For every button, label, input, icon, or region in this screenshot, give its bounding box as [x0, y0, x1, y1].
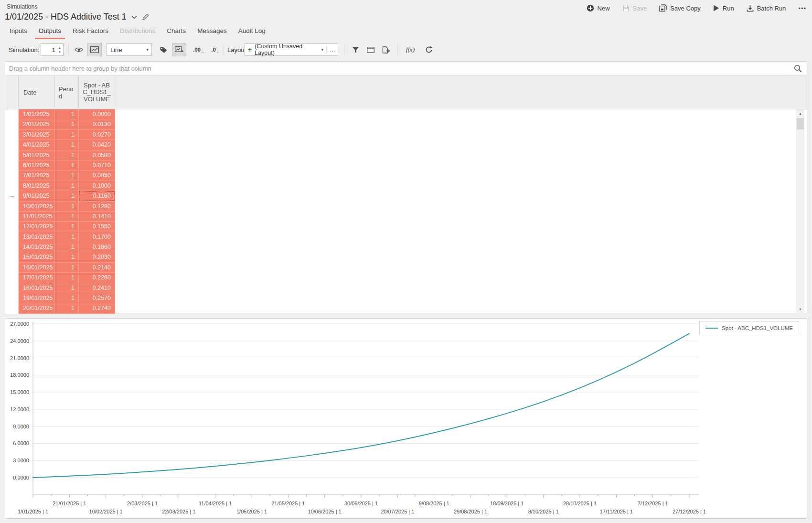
cell-period[interactable]: 1: [55, 252, 79, 262]
cell-period[interactable]: 1: [55, 212, 79, 222]
spinner-up-icon[interactable]: ▲: [58, 46, 61, 49]
cell-period[interactable]: 1: [55, 140, 79, 150]
table-row[interactable]: 13/01/202510.1700: [5, 232, 115, 242]
labels-tag-button[interactable]: [157, 43, 170, 56]
table-row[interactable]: →9/01/202510.1160: [5, 191, 115, 201]
cell-date[interactable]: 11/01/2025: [19, 212, 55, 222]
save-copy-button[interactable]: Save Copy: [659, 4, 701, 12]
cell-value[interactable]: 0.1000: [79, 181, 115, 191]
cell-period[interactable]: 1: [55, 119, 79, 129]
scroll-down-icon[interactable]: ▼: [796, 305, 804, 313]
table-row[interactable]: 7/01/202510.0850: [5, 171, 115, 181]
table-row[interactable]: 11/01/202510.1410: [5, 212, 115, 222]
cell-value[interactable]: 0.1860: [79, 242, 115, 252]
column-header-period[interactable]: Period: [55, 76, 79, 109]
cell-value[interactable]: 0.2030: [79, 252, 115, 262]
cell-date[interactable]: 4/01/2025: [19, 140, 55, 150]
cell-date[interactable]: 16/01/2025: [19, 263, 55, 273]
cell-value[interactable]: 0.1160: [79, 191, 115, 201]
tab-messages[interactable]: Messages: [193, 24, 231, 39]
cell-value[interactable]: 0.1700: [79, 232, 115, 242]
layout-options-icon[interactable]: …: [326, 46, 335, 53]
cell-period[interactable]: 1: [55, 109, 79, 119]
cell-date[interactable]: 13/01/2025: [19, 232, 55, 242]
chart-type-select[interactable]: Line ▾: [106, 43, 152, 56]
show-chart-button[interactable]: [87, 43, 102, 56]
cell-date[interactable]: 8/01/2025: [19, 181, 55, 191]
cell-date[interactable]: 6/01/2025: [19, 160, 55, 171]
group-by-bar[interactable]: Drag a column header here to group by th…: [5, 62, 807, 76]
cell-period[interactable]: 1: [55, 283, 79, 293]
more-menu-button[interactable]: •••: [798, 5, 806, 12]
cell-period[interactable]: 1: [55, 293, 79, 303]
preview-eye-button[interactable]: [72, 43, 86, 56]
export-button[interactable]: [379, 43, 393, 56]
title-chevron-down-icon[interactable]: [131, 15, 137, 19]
cell-period[interactable]: 1: [55, 191, 79, 201]
cell-period[interactable]: 1: [55, 171, 79, 181]
formula-button[interactable]: f(x): [402, 43, 418, 56]
search-icon[interactable]: [794, 64, 802, 73]
cell-period[interactable]: 1: [55, 181, 79, 191]
cell-date[interactable]: 7/01/2025: [19, 171, 55, 181]
cell-date[interactable]: 17/01/2025: [19, 273, 55, 283]
cell-date[interactable]: 20/01/2025: [19, 303, 55, 313]
cell-date[interactable]: 9/01/2025: [19, 191, 55, 201]
new-button[interactable]: New: [587, 4, 610, 12]
cell-date[interactable]: 15/01/2025: [19, 252, 55, 262]
column-header-date[interactable]: Date: [19, 76, 55, 109]
cell-value[interactable]: 0.0580: [79, 150, 115, 160]
cell-period[interactable]: 1: [55, 232, 79, 242]
cell-date[interactable]: 1/01/2025: [19, 109, 55, 119]
table-row[interactable]: 20/01/202510.2740: [5, 303, 115, 313]
cell-value[interactable]: 0.1410: [79, 212, 115, 222]
cell-value[interactable]: 0.0710: [79, 160, 115, 171]
table-row[interactable]: 2/01/202510.0130: [5, 119, 115, 129]
layout-select[interactable]: + (Custom Unsaved Layout) ▾ …: [245, 43, 338, 56]
cell-period[interactable]: 1: [55, 303, 79, 313]
save-button[interactable]: Save: [622, 5, 647, 12]
table-row[interactable]: 12/01/202510.1550: [5, 222, 115, 232]
table-row[interactable]: 17/01/202510.2260: [5, 273, 115, 283]
cell-value[interactable]: 0.0130: [79, 119, 115, 129]
table-row[interactable]: 19/01/202510.2570: [5, 293, 115, 303]
table-row[interactable]: 15/01/202510.2030: [5, 252, 115, 262]
decrease-decimals-button[interactable]: .0←: [206, 43, 221, 56]
scrollbar-thumb[interactable]: [797, 118, 804, 129]
refresh-button[interactable]: [422, 43, 436, 56]
table-row[interactable]: 1/01/202510.0000: [5, 109, 115, 119]
tab-charts[interactable]: Charts: [163, 24, 190, 39]
scroll-up-icon[interactable]: ▲: [796, 109, 804, 117]
chart-panel-toggle-button[interactable]: [172, 43, 186, 56]
filter-button[interactable]: [349, 43, 362, 56]
cell-date[interactable]: 3/01/2025: [19, 130, 55, 140]
cell-period[interactable]: 1: [55, 242, 79, 252]
cell-value[interactable]: 0.1280: [79, 202, 115, 212]
table-row[interactable]: 5/01/202510.0580: [5, 150, 115, 160]
cell-period[interactable]: 1: [55, 273, 79, 283]
window-panel-button[interactable]: [364, 43, 377, 56]
batch-run-button[interactable]: Batch Run: [747, 5, 786, 12]
table-row[interactable]: 8/01/202510.1000: [5, 181, 115, 191]
table-row[interactable]: 14/01/202510.1860: [5, 242, 115, 252]
cell-value[interactable]: 0.0270: [79, 130, 115, 140]
cell-period[interactable]: 1: [55, 130, 79, 140]
cell-value[interactable]: 0.0850: [79, 171, 115, 181]
cell-date[interactable]: 10/01/2025: [19, 202, 55, 212]
table-row[interactable]: 3/01/202510.0270: [5, 130, 115, 140]
cell-value[interactable]: 0.2570: [79, 293, 115, 303]
cell-period[interactable]: 1: [55, 160, 79, 171]
table-row[interactable]: 16/01/202510.2140: [5, 263, 115, 273]
tab-audit-log[interactable]: Audit Log: [235, 24, 269, 39]
table-row[interactable]: 4/01/202510.0420: [5, 140, 115, 150]
cell-date[interactable]: 12/01/2025: [19, 222, 55, 232]
cell-value[interactable]: 0.2140: [79, 263, 115, 273]
table-row[interactable]: 18/01/202510.2410: [5, 283, 115, 293]
cell-value[interactable]: 0.2260: [79, 273, 115, 283]
cell-value[interactable]: 0.1550: [79, 222, 115, 232]
cell-value[interactable]: 0.0000: [79, 109, 115, 119]
cell-date[interactable]: 19/01/2025: [19, 293, 55, 303]
cell-value[interactable]: 0.0420: [79, 140, 115, 150]
column-header-spot-abc-hds1-volume[interactable]: Spot - ABC_HDS1_VOLUME: [79, 76, 115, 109]
increase-decimals-button[interactable]: .00→: [189, 43, 204, 56]
